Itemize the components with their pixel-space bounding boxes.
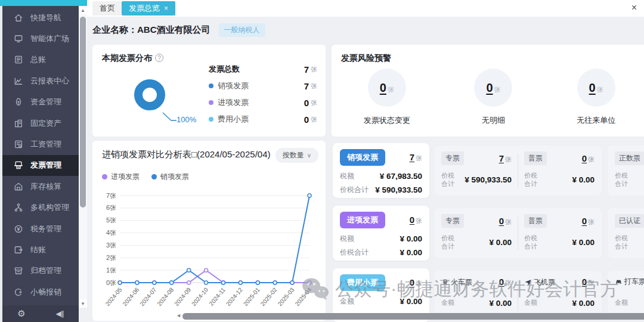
sidebar-item-4[interactable]: 资金管理 [2, 92, 79, 113]
invoice-type-pill-button[interactable]: 费用小票 [340, 274, 385, 291]
scrollbar-thumb[interactable] [80, 17, 86, 208]
distribution-stat-row: 销项发票 7 张 [209, 80, 317, 91]
card-metric-line: 价税合计 [615, 233, 644, 252]
invoice-icon [13, 160, 24, 171]
chevron-down-icon: ∨ [307, 152, 311, 159]
ticket-count-link[interactable]: 0张 [499, 277, 512, 287]
plane-icon [524, 278, 532, 286]
donut-chart [134, 79, 165, 110]
stat-label: 费用小票 [218, 114, 304, 125]
svg-text:2024-11: 2024-11 [208, 286, 227, 307]
ticket-sub-card: 普票 0张 价税合计 ¥ 0.00 [524, 151, 595, 190]
sidebar-item-9[interactable]: 多机构管理 [2, 197, 79, 218]
sidebar-item-label: 多机构管理 [30, 202, 69, 213]
metric-value: ¥ 590,933.50 [460, 175, 512, 184]
distribution-stat-row: 发票总数 7 张 [209, 64, 317, 75]
invoice-count-link[interactable]: 7张 [410, 152, 422, 163]
risk-count-circle[interactable]: 0 张 [577, 69, 615, 107]
risk-count-value: 0 [380, 81, 386, 95]
inventory-icon [13, 181, 24, 192]
legend-dot-icon [151, 174, 157, 179]
quantity-filter-dropdown[interactable]: 按数量 ∨ [275, 148, 318, 163]
sidebar-item-11[interactable]: 结账 [2, 239, 79, 260]
sidebar-item-label: 固定资产 [30, 118, 61, 129]
ticket-sub-card: 飞机票 0张 金额 ¥ 0.00 [524, 277, 595, 314]
funds-icon [13, 97, 24, 107]
horizontal-scrollbar-thumb[interactable] [182, 313, 644, 320]
metric-label: 价税合计 [615, 172, 634, 187]
ticket-count-link[interactable]: 0张 [499, 216, 512, 227]
sidebar-item-10[interactable]: 税务管理 [2, 218, 79, 239]
legend-dot-icon [209, 83, 213, 88]
sidebar-item-8[interactable]: 库存核算 [2, 176, 79, 197]
sidebar-item-7[interactable]: 发票管理 [2, 155, 79, 176]
card-metric-line: 税额 ¥ 67,983.50 [340, 171, 422, 181]
risk-count-circle[interactable]: 0 张 [474, 69, 512, 107]
sidebar-item-3[interactable]: 云报表中心 [2, 70, 79, 91]
scroll-down-arrow-icon[interactable]: ▼ [79, 299, 87, 308]
metric-value: ¥ 0.00 [543, 238, 595, 247]
svg-text:5张: 5张 [106, 216, 116, 224]
settings-gear-icon[interactable]: ⚙ [17, 308, 25, 319]
sidebar-item-label: 工资管理 [30, 139, 61, 150]
collapse-sidebar-icon[interactable]: ◀∥ [55, 309, 63, 318]
window-close-icon[interactable]: × [631, 2, 637, 13]
metric-label: 价税合计 [441, 234, 460, 250]
invoice-type-pill-button[interactable]: 销项发票 [340, 149, 385, 166]
sidebar-item-13[interactable]: 小畅报销 [2, 281, 79, 302]
ticket-type-badge: 普票 [524, 151, 547, 165]
ticket-sub-card: 普票 0张 价税合计 ¥ 0.00 [524, 214, 595, 252]
ticket-type-label: 飞机票 [524, 277, 555, 287]
ticket-sub-card: 专票 0张 价税合计 ¥ 0.00 [441, 214, 512, 252]
tab-close-icon[interactable]: × [164, 4, 168, 13]
sidebar-item-5[interactable]: 固定资产 [2, 113, 79, 134]
invoice-icon [13, 160, 24, 171]
ticket-count-link[interactable]: 7张 [499, 153, 512, 164]
fixed-assets-icon [13, 118, 24, 129]
tab-home[interactable]: 首页 [92, 1, 122, 16]
ticket-count-link[interactable]: 0张 [582, 153, 595, 164]
ticket-sub-card: 已认证 价税合计 [615, 214, 644, 252]
svg-text:2张: 2张 [106, 254, 116, 261]
sidebar-item-2[interactable]: 总账 [2, 49, 79, 70]
sidebar-item-12[interactable]: 归档管理 [2, 261, 79, 281]
sidebar-scrollbar[interactable]: ▲ ▼ [79, 6, 87, 308]
legend-item[interactable]: 进项发票 [102, 172, 140, 182]
sidebar-item-0[interactable]: 快捷导航 [2, 7, 79, 28]
cloud-report-icon [13, 76, 24, 86]
invoice-count-link[interactable]: 0张 [410, 215, 422, 225]
metric-value: ¥ 59 [634, 175, 644, 184]
sidebar-bottom-bar: ⚙ ◀∥ [2, 305, 79, 322]
train-icon [441, 278, 449, 286]
hscroll-left-arrow-icon[interactable]: ◄ [176, 312, 181, 318]
risk-count-circle[interactable]: 0 张 [368, 69, 406, 107]
closing-icon [13, 244, 24, 255]
invoice-risk-panel: 发票风险预警 0 张 发票状态变更 0 张 无明细 0 张 无往来单位 [332, 45, 644, 137]
ticket-count-link[interactable]: 0张 [582, 216, 595, 227]
sidebar-item-1[interactable]: 智能体广场 [2, 28, 79, 49]
scroll-up-arrow-icon[interactable]: ▲ [79, 6, 87, 14]
legend-item[interactable]: 销项发票 [151, 172, 189, 182]
comparison-chart-panel: 进销项发票对比分析表□(2024/05-2025/04) 按数量 ∨ 进项发票 … [92, 141, 326, 321]
sidebar-item-label: 总账 [30, 54, 46, 65]
invoice-count-link[interactable]: 0张 [410, 277, 422, 288]
metric-value: ¥ 0.00 [460, 299, 512, 308]
horizontal-scrollbar[interactable] [182, 312, 644, 320]
risk-item-label: 发票状态变更 [364, 115, 410, 126]
svg-text:2025-02: 2025-02 [259, 286, 278, 308]
metric-value: ¥ 0.00 [460, 238, 512, 247]
metric-value: ¥ 0.00 [400, 297, 422, 306]
ticket-count-link[interactable]: 0张 [582, 277, 595, 287]
sidebar-item-label: 归档管理 [30, 265, 61, 276]
invoice-type-pill-button[interactable]: 进项发票 [340, 212, 385, 228]
sidebar-item-label: 库存核算 [30, 181, 61, 192]
ticket-cards-group: 专票 0张 价税合计 ¥ 0.00 普票 0张 价税合计 ¥ 0.00 已认证 … [434, 206, 644, 261]
risk-count-unit: 张 [494, 85, 501, 94]
sidebar: 快捷导航 智能体广场 总账 云报表中心 资金管理 固定资产 工资管理 发票管理 … [2, 0, 79, 322]
sidebar-item-6[interactable]: 工资管理 [2, 134, 79, 154]
tab-invoice-overview[interactable]: 发票总览 × [122, 1, 175, 16]
help-icon[interactable]: ? [155, 54, 163, 62]
metric-label: 价税合计 [441, 172, 460, 187]
risk-item: 0 张 无明细 [474, 69, 512, 126]
app-window: 快捷导航 智能体广场 总账 云报表中心 资金管理 固定资产 工资管理 发票管理 … [0, 0, 644, 322]
